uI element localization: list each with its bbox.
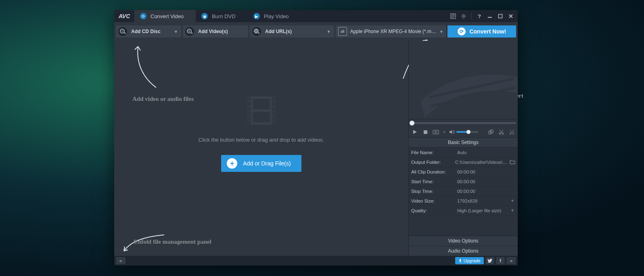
tab-label: Burn DVD bbox=[212, 13, 236, 19]
audio-options-button[interactable]: Audio Options bbox=[409, 246, 518, 256]
title-bar: AVC ⟳ Convert Video ◉ Burn DVD ▶ Play Vi… bbox=[114, 10, 518, 22]
video-add-icon bbox=[185, 27, 194, 36]
row-value[interactable]: 1792x828 ▼ bbox=[454, 199, 518, 203]
seek-thumb[interactable] bbox=[410, 121, 414, 125]
maximize-button[interactable] bbox=[496, 12, 505, 21]
row-label: Output Folder: bbox=[409, 160, 452, 165]
app-window: AVC ⟳ Convert Video ◉ Burn DVD ▶ Play Vi… bbox=[114, 10, 518, 266]
volume-control[interactable] bbox=[449, 130, 478, 134]
preview-seek-bar[interactable] bbox=[409, 119, 518, 127]
options-icon[interactable] bbox=[449, 12, 458, 21]
main-body: Add video or audio files Choose output p… bbox=[114, 41, 518, 256]
preview-controls: ▼ bbox=[409, 127, 518, 138]
seek-track bbox=[410, 122, 516, 124]
url-add-icon bbox=[252, 27, 261, 36]
row-video-size: Video Size: 1792x828 ▼ bbox=[409, 196, 518, 206]
minimize-button[interactable] bbox=[485, 12, 494, 21]
row-value[interactable]: 00:00:00 bbox=[454, 179, 518, 184]
button-label: Add or Drag File(s) bbox=[243, 160, 291, 167]
drop-hint-text: Click the button below or drag and drop … bbox=[199, 137, 324, 143]
row-output-folder: Output Folder: C:\Users\cathe\Videos\… bbox=[409, 157, 518, 167]
expand-right-button[interactable]: » bbox=[506, 257, 516, 264]
row-value[interactable]: High (Larger file size) ▼ bbox=[454, 208, 518, 213]
svg-point-4 bbox=[122, 31, 123, 31]
button-label: Add CD Disc bbox=[131, 29, 161, 34]
no-cut-button[interactable] bbox=[508, 128, 515, 136]
add-urls-button[interactable]: Add URL(s) ▼ bbox=[250, 25, 334, 38]
chevron-down-icon[interactable]: ▼ bbox=[443, 130, 446, 134]
video-preview bbox=[409, 41, 518, 119]
svg-rect-17 bbox=[272, 103, 275, 105]
svg-point-26 bbox=[435, 131, 437, 133]
row-quality: Quality: High (Larger file size) ▼ bbox=[409, 206, 518, 215]
tab-label: Convert Video bbox=[151, 13, 184, 19]
row-value[interactable]: 00:00:00 bbox=[454, 189, 518, 194]
tab-label: Play Video bbox=[264, 13, 289, 19]
svg-rect-22 bbox=[253, 99, 270, 109]
snapshot-button[interactable] bbox=[432, 128, 439, 136]
row-label: Quality: bbox=[409, 208, 454, 213]
browse-folder-icon[interactable] bbox=[510, 160, 515, 164]
add-or-drag-files-button[interactable]: + Add or Drag File(s) bbox=[221, 155, 301, 172]
svg-rect-24 bbox=[424, 130, 427, 134]
play-icon: ▶ bbox=[253, 13, 260, 19]
action-toolbar: Add CD Disc ▼ Add Video(s) Add URL(s) ▼ … bbox=[114, 22, 518, 41]
separator bbox=[471, 13, 472, 19]
row-label: Stop Time: bbox=[409, 189, 454, 194]
tab-burn-dvd[interactable]: ◉ Burn DVD bbox=[196, 10, 248, 22]
row-stop-time: Stop Time: 00:00:00 bbox=[409, 186, 518, 196]
row-value: 00:00:00 bbox=[454, 169, 518, 174]
output-profile-selector[interactable]: all Apple iPhone XR MPEG-4 Movie (*.m… ▼ bbox=[336, 25, 446, 38]
svg-rect-8 bbox=[247, 96, 251, 125]
video-options-button[interactable]: Video Options bbox=[409, 236, 518, 246]
tab-convert-video[interactable]: ⟳ Convert Video bbox=[134, 10, 196, 22]
row-start-time: Start Time: 00:00:00 bbox=[409, 177, 518, 186]
disc-add-icon bbox=[118, 27, 127, 36]
annotation-arrow-icon bbox=[128, 42, 164, 91]
basic-settings-rows: File Name: Auto Output Folder: C:\Users\… bbox=[409, 148, 518, 215]
profile-category-icon: all bbox=[338, 27, 347, 36]
volume-thumb[interactable] bbox=[466, 130, 470, 134]
stop-button[interactable] bbox=[422, 128, 429, 136]
svg-rect-19 bbox=[272, 113, 275, 115]
svg-rect-10 bbox=[248, 98, 251, 100]
add-videos-button[interactable]: Add Video(s) bbox=[183, 25, 248, 38]
help-icon[interactable]: ? bbox=[475, 12, 484, 21]
plus-icon: + bbox=[227, 158, 237, 169]
convert-icon: ⟳ bbox=[458, 27, 466, 36]
settings-icon[interactable] bbox=[459, 12, 468, 21]
row-label: File Name: bbox=[409, 150, 454, 155]
upgrade-button[interactable]: ⬆ Upgrade bbox=[455, 257, 484, 264]
chevron-down-icon: ▼ bbox=[510, 208, 518, 213]
svg-rect-20 bbox=[272, 117, 275, 120]
right-panel: ▼ Basic Settings File Name: Auto bbox=[409, 41, 518, 256]
detach-preview-button[interactable] bbox=[487, 128, 494, 136]
annotation-text: Unfold file management panel bbox=[134, 238, 211, 245]
row-label: All Clip Duration: bbox=[409, 169, 454, 174]
volume-track[interactable] bbox=[456, 131, 478, 133]
play-button[interactable] bbox=[411, 128, 418, 136]
svg-rect-23 bbox=[253, 112, 270, 122]
twitter-button[interactable] bbox=[485, 257, 494, 264]
cut-button[interactable] bbox=[498, 128, 505, 136]
folder-path: C:\Users\cathe\Videos\… bbox=[455, 160, 507, 165]
unfold-panel-button[interactable]: « bbox=[116, 257, 125, 264]
row-value[interactable]: C:\Users\cathe\Videos\… bbox=[452, 160, 518, 165]
annotation-text: Add video or audio files bbox=[132, 96, 194, 102]
svg-rect-15 bbox=[248, 122, 251, 124]
row-value[interactable]: Auto bbox=[454, 150, 518, 155]
value-text: High (Larger file size) bbox=[457, 208, 501, 213]
button-label: Add Video(s) bbox=[198, 29, 228, 34]
up-arrow-icon: ⬆ bbox=[458, 258, 462, 263]
film-strip-icon bbox=[244, 93, 279, 128]
tab-play-video[interactable]: ▶ Play Video bbox=[248, 10, 301, 22]
app-logo: AVC bbox=[114, 10, 134, 22]
refresh-icon: ⟳ bbox=[140, 13, 146, 19]
convert-now-button[interactable]: ⟳ Convert Now! bbox=[447, 25, 516, 38]
close-button[interactable] bbox=[506, 12, 515, 21]
svg-rect-14 bbox=[248, 117, 251, 120]
facebook-button[interactable]: f bbox=[496, 257, 505, 264]
file-drop-area[interactable]: Add video or audio files Choose output p… bbox=[114, 41, 409, 256]
svg-rect-2 bbox=[499, 15, 502, 18]
add-cd-disc-button[interactable]: Add CD Disc ▼ bbox=[116, 25, 181, 38]
